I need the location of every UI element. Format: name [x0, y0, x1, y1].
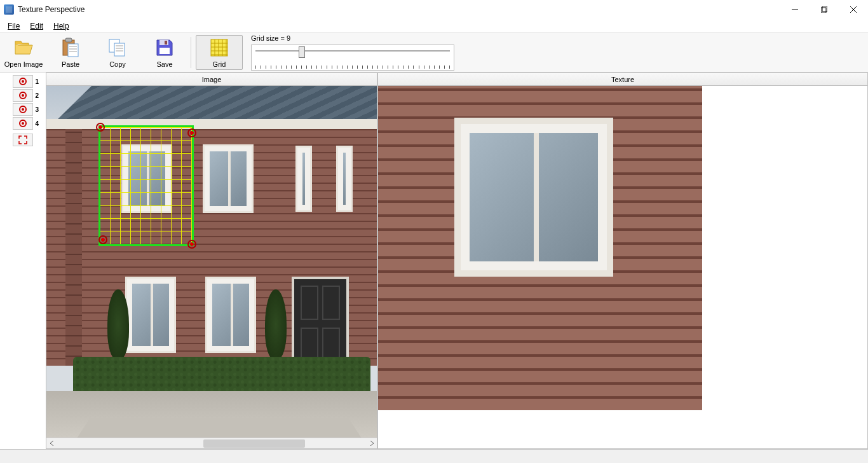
- window-title: Texture Perspective: [18, 5, 85, 14]
- chevron-left-icon: [50, 441, 55, 446]
- corner-point-4-button[interactable]: 4: [13, 117, 33, 130]
- corner-point-2-button[interactable]: 2: [13, 89, 33, 102]
- expand-icon: [18, 135, 27, 144]
- selection-handle-3[interactable]: [187, 240, 196, 249]
- grid-label: Grid: [213, 60, 226, 68]
- copy-label: Copy: [109, 60, 126, 68]
- menu-edit[interactable]: Edit: [25, 20, 48, 32]
- grid-size-label: Grid size = 9: [251, 34, 454, 42]
- target-icon: [19, 106, 27, 113]
- main-area: 1 2 3 4 Image: [0, 73, 868, 449]
- output-texture: [378, 86, 702, 410]
- open-image-button[interactable]: Open Image: [0, 33, 47, 72]
- scroll-left-arrow[interactable]: [46, 438, 57, 449]
- svg-rect-1: [822, 6, 827, 11]
- fit-view-button[interactable]: [13, 134, 33, 146]
- folder-open-icon: [13, 38, 34, 58]
- menu-file-label: File: [8, 22, 20, 31]
- minimize-button[interactable]: [780, 0, 810, 19]
- save-icon: [154, 38, 175, 58]
- grid-size-prefix: Grid size =: [251, 34, 287, 42]
- status-bar: [0, 449, 868, 463]
- point-number: 3: [35, 106, 39, 113]
- image-panel: Image: [46, 73, 377, 449]
- texture-viewport[interactable]: [378, 86, 867, 448]
- app-icon: [4, 4, 14, 15]
- grid-size-area: Grid size = 9: [245, 33, 461, 72]
- toolbar-separator: [191, 37, 191, 68]
- menu-bar: File Edit Help: [0, 19, 868, 33]
- minimize-icon: [792, 6, 798, 13]
- texture-panel: Texture: [377, 73, 868, 449]
- perspective-selection[interactable]: [98, 125, 194, 246]
- image-horizontal-scrollbar[interactable]: [46, 438, 377, 448]
- chevron-right-icon: [369, 441, 374, 446]
- maximize-button[interactable]: [810, 0, 839, 19]
- selection-handle-4[interactable]: [98, 235, 107, 244]
- grid-button[interactable]: Grid: [196, 35, 243, 70]
- selection-grid-overlay: [100, 127, 192, 244]
- save-button[interactable]: Save: [141, 33, 188, 72]
- image-panel-header: Image: [46, 73, 377, 86]
- scroll-right-arrow[interactable]: [366, 438, 377, 449]
- grid-size-value: 9: [287, 34, 290, 42]
- save-label: Save: [156, 60, 172, 68]
- copy-icon: [107, 38, 128, 58]
- menu-edit-label: Edit: [30, 22, 43, 31]
- open-image-label: Open Image: [4, 60, 43, 68]
- toolbar: Open Image Paste Copy Save Grid Grid siz…: [0, 33, 868, 73]
- paste-label: Paste: [62, 60, 79, 68]
- target-icon: [19, 120, 27, 127]
- slider-thumb[interactable]: [299, 46, 305, 58]
- svg-rect-9: [165, 41, 167, 45]
- point-number: 1: [35, 78, 39, 85]
- image-viewport[interactable]: [46, 86, 377, 438]
- texture-panel-header: Texture: [378, 73, 867, 86]
- scroll-thumb[interactable]: [203, 439, 305, 448]
- svg-rect-4: [68, 44, 78, 57]
- target-icon: [19, 92, 27, 99]
- grid-icon: [209, 38, 229, 58]
- close-icon: [850, 6, 857, 13]
- menu-help-label: Help: [53, 22, 69, 31]
- menu-help[interactable]: Help: [48, 20, 74, 32]
- corner-point-1-button[interactable]: 1: [13, 75, 33, 88]
- svg-rect-6: [114, 43, 125, 56]
- close-button[interactable]: [839, 0, 868, 19]
- copy-button[interactable]: Copy: [94, 33, 141, 72]
- svg-rect-3: [65, 38, 72, 42]
- source-image: [46, 86, 377, 438]
- paste-icon: [60, 38, 81, 58]
- selection-handle-2[interactable]: [187, 128, 196, 137]
- title-bar: Texture Perspective: [0, 0, 868, 19]
- target-icon: [19, 78, 27, 85]
- point-number: 4: [35, 120, 39, 127]
- svg-rect-8: [159, 48, 170, 54]
- svg-rect-0: [821, 8, 826, 13]
- slider-ticks: [255, 66, 450, 69]
- point-number: 2: [35, 92, 39, 99]
- corner-point-3-button[interactable]: 3: [13, 103, 33, 116]
- window-controls: [780, 0, 868, 19]
- selection-handle-1[interactable]: [96, 123, 105, 132]
- side-toolbar: 1 2 3 4: [0, 73, 46, 449]
- paste-button[interactable]: Paste: [47, 33, 94, 72]
- scroll-track[interactable]: [57, 438, 366, 449]
- maximize-icon: [821, 6, 827, 13]
- svg-rect-10: [211, 39, 227, 56]
- panels: Image: [46, 73, 868, 449]
- menu-file[interactable]: File: [3, 20, 25, 32]
- grid-size-slider[interactable]: [251, 45, 454, 71]
